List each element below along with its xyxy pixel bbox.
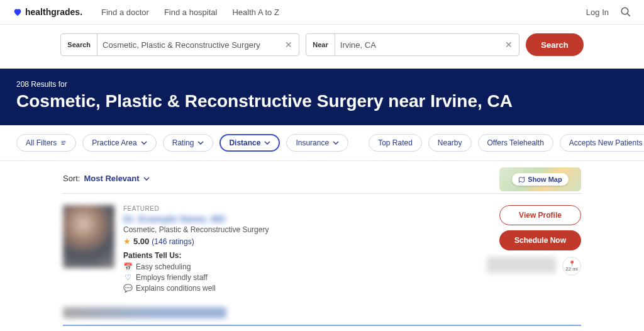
svg-point-3 <box>62 142 64 143</box>
map-icon <box>518 176 525 183</box>
top-header: healthgrades. Find a doctor Find a hospi… <box>0 0 644 25</box>
map-preview: Show Map <box>499 167 581 191</box>
results-hero: 208 Results for Cosmetic, Plastic & Reco… <box>0 69 644 125</box>
sort-label: Sort: <box>63 174 80 183</box>
search-label: Search <box>61 34 97 55</box>
nav-find-doctor[interactable]: Find a doctor <box>101 8 149 17</box>
clear-search-icon[interactable]: ✕ <box>279 40 299 50</box>
schedule-now-button[interactable]: Schedule Now <box>499 230 581 250</box>
chat-icon: 💬 <box>123 284 132 293</box>
filter-top-rated[interactable]: Top Rated <box>369 134 422 152</box>
login-link[interactable]: Log In <box>586 8 609 17</box>
svg-point-2 <box>65 141 66 142</box>
search-bar: Search ✕ Near ✕ Search <box>0 25 644 69</box>
rating-count: (146 ratings) <box>152 237 194 246</box>
filter-telehealth[interactable]: Offers Telehealth <box>478 134 553 152</box>
doctor-photo[interactable] <box>63 205 114 268</box>
search-specialty-input[interactable] <box>97 40 279 50</box>
chevron-down-icon <box>333 140 339 146</box>
logo[interactable]: healthgrades. <box>13 7 82 17</box>
logo-text: healthgrades <box>25 7 80 17</box>
search-button[interactable]: Search <box>526 33 583 56</box>
clear-location-icon[interactable]: ✕ <box>499 40 519 50</box>
distance-badge: 📍22 mi <box>562 257 581 276</box>
filter-row: All Filters Practice Area Rating Distanc… <box>0 125 644 161</box>
sliders-icon <box>60 140 67 146</box>
filter-new-patients[interactable]: Accepts New Patients <box>560 134 644 152</box>
nav-links: Find a doctor Find a hospital Health A t… <box>101 8 279 17</box>
filter-all[interactable]: All Filters <box>16 134 76 152</box>
staff-info-blurred <box>63 307 226 318</box>
nav-health-az[interactable]: Health A to Z <box>232 8 279 17</box>
doctor-card: FEATURED Dr. Example Name, MD Cosmetic, … <box>0 194 644 303</box>
doctor-name-link[interactable]: Dr. Example Name, MD <box>123 213 226 224</box>
rating-value: 5.00 <box>133 237 149 246</box>
chevron-down-icon <box>143 177 150 181</box>
bullet-staff: ♡Employs friendly staff <box>123 273 581 282</box>
filter-insurance[interactable]: Insurance <box>286 134 348 152</box>
heart-outline-icon: ♡ <box>123 273 132 282</box>
results-title: Cosmetic, Plastic & Reconstructive Surge… <box>16 91 628 111</box>
sort-row: Sort: Most Relevant Show Map <box>0 161 644 188</box>
search-location-box: Near ✕ <box>306 33 519 56</box>
search-specialty-box: Search ✕ <box>60 33 299 56</box>
filter-practice-area[interactable]: Practice Area <box>82 134 156 152</box>
filter-distance[interactable]: Distance <box>219 134 280 152</box>
filter-nearby[interactable]: Nearby <box>428 134 472 152</box>
pin-icon: 📍 <box>569 261 575 266</box>
heart-icon <box>13 7 23 17</box>
nav-find-hospital[interactable]: Find a hospital <box>164 8 218 17</box>
near-label: Near <box>306 34 335 55</box>
chevron-down-icon <box>197 140 204 146</box>
calendar-icon: 📅 <box>123 262 132 271</box>
svg-point-0 <box>621 8 628 14</box>
doctor-card: FEATURED Dr. Example Name, MD Cosmetic, … <box>0 326 644 331</box>
filter-rating[interactable]: Rating <box>163 134 214 152</box>
address-blurred <box>487 257 556 273</box>
chevron-down-icon <box>264 140 270 146</box>
sort-dropdown[interactable]: Most Relevant <box>84 174 149 183</box>
card-actions: View Profile Schedule Now <box>499 205 581 250</box>
bullet-explains: 💬Explains conditions well <box>123 284 581 293</box>
results-count: 208 Results for <box>16 80 628 89</box>
search-location-input[interactable] <box>335 40 499 50</box>
view-profile-button[interactable]: View Profile <box>499 205 581 225</box>
search-icon[interactable] <box>620 6 631 18</box>
star-icon: ★ <box>123 237 131 246</box>
svg-line-1 <box>627 13 630 16</box>
chevron-down-icon <box>141 140 147 146</box>
show-map-button[interactable]: Show Map <box>512 173 568 186</box>
svg-point-4 <box>64 144 65 145</box>
